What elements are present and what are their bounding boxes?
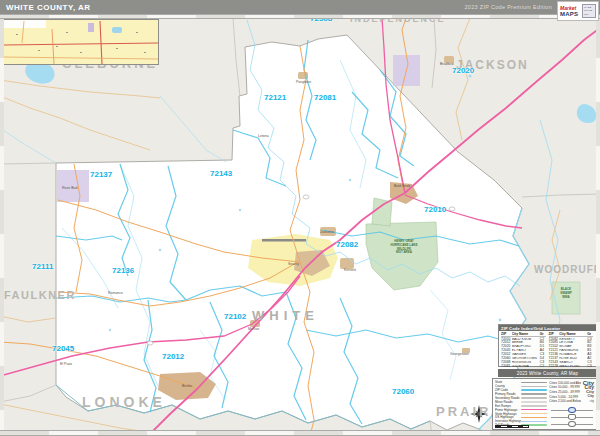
- frame-ruler-left: [0, 14, 4, 436]
- zip-label: 72143: [210, 169, 232, 178]
- legend-panel: State County ZIP Code Primary Roads Seco…: [492, 378, 597, 430]
- city-label: McRae: [248, 327, 259, 331]
- highway-shield-diagram: [551, 407, 593, 428]
- inset-canvas: [4, 20, 158, 64]
- brand-logo-text: Market MAPS: [560, 6, 578, 17]
- legend-sample-line: [521, 382, 547, 384]
- legend-sample-line: [521, 409, 547, 411]
- legend-sample-line: [521, 417, 547, 419]
- legend-sample-line: [521, 397, 547, 399]
- state-route-shield-icon: [568, 421, 576, 427]
- legend-sample-line: [521, 405, 547, 407]
- zip-label: 72121: [264, 93, 286, 102]
- city-size-sample: City: [588, 395, 594, 398]
- zip-index-group-left: ZIP City Name Gr 72010BALD KNOBC2 72012B…: [499, 331, 547, 369]
- wma-label-hurricane-lake: HENRY GRAY HURRICANE LAKE WILDLIFE MGT A…: [380, 240, 428, 255]
- city-size-row: Cities 2,500 and Belowcity: [549, 399, 594, 404]
- brand-logo: Market MAPS MADE IN THE USA: [557, 1, 599, 21]
- legend-sample-line: [521, 389, 547, 391]
- map-year-bar: 2023 White County, AR Map: [498, 369, 597, 377]
- county-label-woodruff: WOODRUFF: [534, 264, 600, 275]
- legend-sample-line: [521, 386, 547, 388]
- legend-sample-line: [521, 421, 547, 423]
- county-label-lonoke: LONOKE: [82, 394, 166, 410]
- brand-logo-badge: MADE IN THE USA: [582, 4, 596, 18]
- zip-label: 72082: [336, 240, 358, 249]
- city-label: Letona: [258, 134, 269, 138]
- city-label: Romance: [108, 291, 123, 295]
- wma-label-black-swamp: BLACK SWAMP WMA: [553, 288, 579, 299]
- zip-label: 72137: [90, 170, 112, 179]
- edition-label: 2023 ZIP Code Premium Edition: [465, 4, 552, 10]
- legend-sample-line: [521, 393, 547, 395]
- frame-ruler-top: [0, 14, 600, 19]
- city-size-row: Cities 5,000 - 24,999City: [549, 394, 594, 399]
- city-label: Bald Knob: [394, 184, 410, 188]
- page-title: WHITE COUNTY, AR: [0, 3, 91, 12]
- zip-label: 72010: [424, 205, 446, 214]
- interstate-shield-icon: [568, 407, 576, 413]
- legend-sample-line: [521, 413, 547, 415]
- zip-label: 72136: [112, 266, 134, 275]
- city-label: Searcy: [288, 262, 299, 266]
- zip-label: 72020: [452, 66, 474, 75]
- zip-label: 72111: [32, 262, 53, 271]
- brand-logo-top: Market: [560, 6, 578, 11]
- us-route-shield-icon: [568, 414, 576, 420]
- zip-label: 72081: [314, 93, 336, 102]
- city-label: Kensett: [344, 268, 356, 272]
- zip-label: 72012: [162, 352, 184, 361]
- city-label: Rose Bud: [62, 186, 77, 190]
- zip-label: 72102: [224, 312, 246, 321]
- legend-right-column: Cities 100,000 and AboveCity Cities 50,0…: [549, 381, 594, 428]
- brand-logo-bottom: MAPS: [560, 11, 578, 17]
- city-label: Bradford: [440, 62, 453, 66]
- city-label: Pangburn: [296, 80, 311, 84]
- zip-index-panel: ZIP Code Index/Grid Locator ZIP City Nam…: [498, 324, 597, 367]
- zip-label: 72060: [392, 387, 414, 396]
- frame-ruler-bottom: [0, 430, 600, 436]
- inset-map: [3, 19, 159, 65]
- city-label: Judsonia: [320, 230, 334, 234]
- scale-bar: [495, 425, 529, 428]
- legend-sample-line: [521, 401, 547, 403]
- map-page: INDEPENDENCE CLEBURNE JACKSON WOODRUFF F…: [0, 0, 600, 436]
- zip-index-group-right: ZIP City Name Gr 72082KENSETTC3 72085LET…: [547, 331, 595, 369]
- city-label: Georgetown: [450, 352, 469, 356]
- frame-ruler-right: [596, 14, 600, 436]
- county-label-faulkner: FAULKNER: [4, 289, 76, 301]
- city-size-sample: city: [590, 400, 594, 403]
- county-label-white: WHITE: [252, 308, 319, 323]
- city-label: El Paso: [60, 362, 72, 366]
- title-bar: WHITE COUNTY, AR 2023 ZIP Code Premium E…: [0, 0, 600, 14]
- city-label: Beebe: [182, 384, 192, 388]
- zip-label: 72045: [52, 344, 74, 353]
